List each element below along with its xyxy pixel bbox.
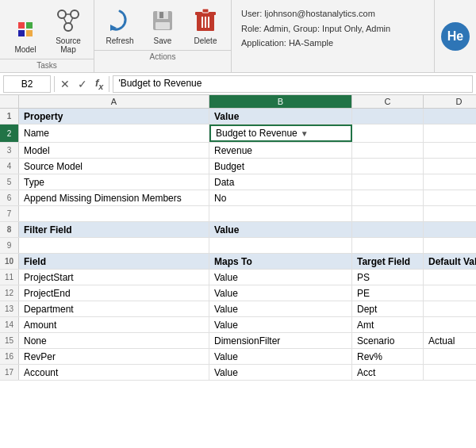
- cell-b-6[interactable]: No: [209, 190, 352, 205]
- cell-b-3[interactable]: Revenue: [209, 143, 352, 158]
- cell-d-10[interactable]: Default Value: [424, 254, 476, 269]
- cell-b-7[interactable]: [209, 206, 352, 221]
- model-icon: [11, 15, 40, 44]
- cell-d-2[interactable]: [424, 124, 476, 142]
- cell-c-15[interactable]: Scenario: [352, 333, 424, 348]
- cell-d-11[interactable]: [424, 270, 476, 285]
- cell-c-17[interactable]: Acct: [352, 365, 424, 380]
- cancel-formula-icon[interactable]: ✕: [58, 78, 72, 90]
- cell-b-1[interactable]: Value: [209, 109, 352, 124]
- cell-c-6[interactable]: [352, 190, 424, 205]
- cell-a-3[interactable]: Model: [19, 143, 209, 158]
- cell-c-5[interactable]: [352, 174, 424, 190]
- cell-d-9[interactable]: [424, 238, 476, 253]
- cell-d-15[interactable]: Actual: [424, 333, 476, 348]
- source-map-button[interactable]: SourceMap: [49, 3, 87, 57]
- confirm-formula-icon[interactable]: ✓: [75, 78, 90, 90]
- col-header-d[interactable]: D: [424, 95, 476, 108]
- table-row: 3ModelRevenue: [0, 143, 476, 159]
- cell-a-8[interactable]: Filter Field: [19, 222, 209, 237]
- row-number: 2: [0, 124, 19, 142]
- cell-d-13[interactable]: [424, 301, 476, 316]
- cell-b-4[interactable]: Budget: [209, 159, 352, 174]
- cell-a-14[interactable]: Amount: [19, 317, 209, 332]
- cell-d-8[interactable]: [424, 222, 476, 237]
- cell-c-2[interactable]: [352, 124, 424, 142]
- row-number: 1: [0, 109, 19, 124]
- cell-c-9[interactable]: [352, 238, 424, 253]
- cell-b-17[interactable]: Value: [209, 365, 352, 380]
- row-number: 17: [0, 365, 19, 380]
- cell-a-9[interactable]: [19, 238, 209, 253]
- cell-b-16[interactable]: Value: [209, 349, 352, 364]
- cell-a-16[interactable]: RevPer: [19, 349, 209, 364]
- corner-cell: [0, 95, 19, 108]
- table-row: 17AccountValueAcct: [0, 365, 476, 381]
- cell-c-10[interactable]: Target Field: [352, 254, 424, 269]
- col-header-a[interactable]: A: [19, 95, 209, 108]
- cell-b-5[interactable]: Data: [209, 174, 352, 190]
- cell-a-6[interactable]: Append Missing Dimension Members: [19, 190, 209, 205]
- cell-a-2[interactable]: Name: [19, 124, 209, 142]
- cell-d-17[interactable]: [424, 365, 476, 380]
- table-row: 6Append Missing Dimension MembersNo: [0, 190, 476, 206]
- refresh-button[interactable]: Refresh: [101, 3, 139, 48]
- cell-d-16[interactable]: [424, 349, 476, 364]
- save-button[interactable]: Save: [144, 3, 182, 48]
- cell-c-7[interactable]: [352, 206, 424, 221]
- cell-a-15[interactable]: None: [19, 333, 209, 348]
- cell-b-11[interactable]: Value: [209, 270, 352, 285]
- cell-a-13[interactable]: Department: [19, 301, 209, 316]
- help-button[interactable]: He: [441, 22, 470, 51]
- cell-b-15[interactable]: DimensionFilter: [209, 333, 352, 348]
- row-number: 15: [0, 333, 19, 348]
- cell-c-12[interactable]: PE: [352, 285, 424, 301]
- cell-d-1[interactable]: [424, 109, 476, 124]
- cell-d-6[interactable]: [424, 190, 476, 205]
- cell-d-4[interactable]: [424, 159, 476, 174]
- cell-a-7[interactable]: [19, 206, 209, 221]
- table-row: 9: [0, 238, 476, 254]
- table-row: 4Source ModelBudget: [0, 159, 476, 174]
- cell-a-11[interactable]: ProjectStart: [19, 270, 209, 285]
- cell-a-1[interactable]: Property: [19, 109, 209, 124]
- cell-a-12[interactable]: ProjectEnd: [19, 285, 209, 301]
- cell-b-14[interactable]: Value: [209, 317, 352, 332]
- cell-c-4[interactable]: [352, 159, 424, 174]
- model-label: Model: [14, 45, 36, 54]
- cell-b-13[interactable]: Value: [209, 301, 352, 316]
- cell-c-1[interactable]: [352, 109, 424, 124]
- cell-c-8[interactable]: [352, 222, 424, 237]
- col-header-b[interactable]: B: [209, 95, 352, 108]
- cell-reference-input[interactable]: [3, 75, 51, 93]
- cell-b-9[interactable]: [209, 238, 352, 253]
- cell-a-5[interactable]: Type: [19, 174, 209, 190]
- cell-c-14[interactable]: Amt: [352, 317, 424, 332]
- cell-c-13[interactable]: Dept: [352, 301, 424, 316]
- svg-point-0: [58, 10, 66, 18]
- refresh-label: Refresh: [106, 36, 133, 45]
- cell-d-5[interactable]: [424, 174, 476, 190]
- cell-b-10[interactable]: Maps To: [209, 254, 352, 269]
- cell-d-12[interactable]: [424, 285, 476, 301]
- function-icon[interactable]: fx: [93, 77, 106, 91]
- cell-b-8[interactable]: Value: [209, 222, 352, 237]
- formula-sep2: [109, 76, 109, 92]
- cell-a-17[interactable]: Account: [19, 365, 209, 380]
- cell-b-12[interactable]: Value: [209, 285, 352, 301]
- cell-d-7[interactable]: [424, 206, 476, 221]
- cell-b-2[interactable]: Budget to Revenue▼: [209, 124, 352, 142]
- cell-a-4[interactable]: Source Model: [19, 159, 209, 174]
- cell-c-3[interactable]: [352, 143, 424, 158]
- model-button[interactable]: Model: [6, 12, 44, 57]
- cell-d-3[interactable]: [424, 143, 476, 158]
- cell-a-10[interactable]: Field: [19, 254, 209, 269]
- cell-d-14[interactable]: [424, 317, 476, 332]
- cell-c-11[interactable]: PS: [352, 270, 424, 285]
- svg-line-5: [70, 17, 73, 24]
- svg-point-2: [64, 23, 72, 31]
- col-header-c[interactable]: C: [352, 95, 424, 108]
- cell-c-16[interactable]: Rev%: [352, 349, 424, 364]
- delete-button[interactable]: Delete: [186, 3, 225, 48]
- dropdown-arrow-icon[interactable]: ▼: [301, 129, 309, 138]
